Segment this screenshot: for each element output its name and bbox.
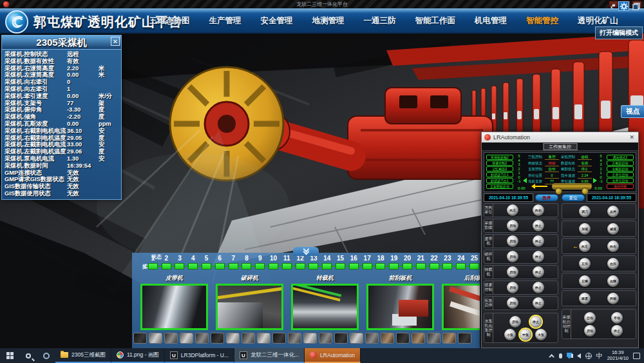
round-button[interactable]: 右升	[607, 258, 619, 270]
round-button[interactable]: 启动	[509, 316, 521, 328]
camera-thumbnail[interactable]	[140, 284, 208, 330]
wrench-icon[interactable]	[606, 1, 617, 11]
camera-thumbnail[interactable]	[442, 284, 480, 330]
clock[interactable]: 16:39 2021/4/10	[607, 350, 629, 361]
mini-thumbnail[interactable]	[319, 333, 332, 344]
mini-thumbnail[interactable]	[195, 333, 209, 344]
microphone-icon[interactable]	[559, 353, 562, 358]
mini-thumbnail[interactable]	[226, 333, 240, 344]
lr-function-button[interactable]: 喷雾控制2	[486, 161, 513, 166]
mini-thumbnail[interactable]	[458, 333, 471, 344]
round-button[interactable]: 总停	[607, 206, 619, 217]
lr-close-icon[interactable]: ✕	[628, 134, 636, 141]
camera-thumbnail[interactable]	[366, 284, 434, 330]
mini-thumbnail[interactable]	[211, 333, 224, 344]
network-icon[interactable]	[585, 353, 592, 359]
round-button[interactable]: 右降	[607, 275, 619, 287]
round-button[interactable]: 调刀	[579, 206, 591, 217]
round-button[interactable]: 手动	[611, 312, 623, 324]
round-button[interactable]: 启动	[584, 325, 596, 337]
round-button[interactable]: 启动	[507, 251, 518, 262]
round-button[interactable]: 左降	[579, 275, 591, 287]
round-button[interactable]: 停止	[530, 316, 542, 328]
mini-thumbnail[interactable]	[149, 333, 162, 344]
mini-thumbnail[interactable]	[412, 333, 425, 344]
mini-thumbnail[interactable]	[133, 333, 147, 344]
taskbar-item-platform-active[interactable]: U 龙软二三维一体化...	[234, 348, 305, 363]
round-button[interactable]: 启动	[507, 266, 518, 278]
nav-item[interactable]: 安全管理	[261, 15, 293, 26]
nav-item[interactable]: 智能工作面	[415, 15, 456, 26]
round-button[interactable]: 停止	[533, 282, 544, 293]
round-button[interactable]: 启动	[507, 220, 518, 231]
open-edit-mode-button[interactable]: 打开编辑模式	[595, 26, 643, 39]
taskbar-item-paint[interactable]: 11.png - 画图	[111, 348, 165, 363]
nav-item[interactable]: 地测管理	[312, 15, 345, 26]
mini-thumbnail[interactable]	[272, 333, 286, 344]
gear-icon[interactable]	[618, 1, 629, 11]
lr-function-button[interactable]: 斜切进刀左1	[486, 172, 513, 177]
round-button[interactable]: 停止	[533, 266, 544, 278]
round-button[interactable]: 自动	[584, 312, 596, 324]
round-button[interactable]: 减速	[607, 223, 619, 235]
round-button[interactable]: 左升	[579, 258, 591, 270]
nav-item[interactable]: 一通三防	[364, 15, 396, 26]
lr-function-button[interactable]: 记忆截割2	[486, 166, 513, 172]
round-button[interactable]: 喷雾	[579, 293, 591, 304]
mini-thumbnail[interactable]	[164, 333, 178, 344]
nav-item[interactable]: 智能管控	[526, 15, 558, 26]
mini-thumbnail[interactable]	[350, 333, 363, 344]
round-button[interactable]: 停止	[533, 251, 544, 262]
mini-thumbnail[interactable]	[334, 333, 348, 344]
restore-window-icon[interactable]	[630, 1, 641, 11]
camera-thumbnail[interactable]	[216, 284, 283, 330]
notification-center-icon[interactable]	[633, 353, 640, 359]
round-button[interactable]: 向右	[533, 204, 544, 216]
ime-indicator[interactable]: 中	[596, 351, 603, 360]
collapse-panel-button[interactable]	[293, 247, 319, 256]
taskbar-item-lrautomation[interactable]: LRAutomation	[305, 348, 361, 363]
lr-function-button[interactable]: 左牵引启动	[607, 172, 634, 177]
mini-thumbnail[interactable]	[180, 333, 193, 344]
mini-thumbnail[interactable]	[381, 333, 394, 344]
lr-function-button[interactable]: 调高模式2	[607, 155, 634, 160]
round-button[interactable]: 向右	[607, 240, 619, 252]
nav-item[interactable]: 生产管理	[209, 15, 242, 26]
lr-tab-workface-control[interactable]: 工作面集控	[543, 143, 577, 150]
mini-thumbnail[interactable]	[303, 333, 317, 344]
round-button[interactable]: 停止	[533, 235, 544, 247]
panel-close-icon[interactable]: ✕	[111, 37, 120, 46]
mini-thumbnail[interactable]	[442, 333, 456, 344]
mini-thumbnail[interactable]	[288, 333, 301, 344]
round-button[interactable]: 大泵	[535, 329, 547, 340]
search-button[interactable]	[19, 348, 37, 363]
lr-function-button[interactable]: 采煤机使能2	[486, 155, 513, 160]
round-button[interactable]: 停止	[611, 325, 623, 337]
round-button[interactable]: 向左	[507, 204, 518, 216]
mini-thumbnail[interactable]	[257, 333, 270, 344]
round-button[interactable]: 启动	[507, 282, 518, 293]
round-button[interactable]: 中泵	[520, 329, 531, 340]
tray-expand-icon[interactable]	[549, 354, 554, 359]
speaker-icon[interactable]	[577, 353, 581, 358]
mini-thumbnail[interactable]	[396, 333, 410, 344]
taskbar-item-lr3dplatform[interactable]: U LR3DPlatform - U...	[165, 348, 234, 363]
round-button[interactable]: 停止	[533, 297, 544, 309]
camera-thumbnail[interactable]	[291, 284, 359, 330]
round-button[interactable]: 启动	[507, 235, 518, 247]
lr-function-button[interactable]: 右截割启动	[607, 166, 634, 172]
lr-function-button[interactable]: 左截割启动	[607, 161, 634, 166]
viewpoint-tab[interactable]: 视点	[621, 105, 644, 118]
lr-titlebar[interactable]: LRAutomation ✕	[482, 132, 638, 142]
mini-thumbnail[interactable]	[242, 333, 255, 344]
estop-button[interactable]: 急停	[535, 194, 558, 201]
nav-item[interactable]: 三维态势图	[149, 15, 190, 26]
reset-button[interactable]: 复位	[562, 194, 585, 201]
round-button[interactable]: 加速	[579, 223, 591, 235]
taskbar-item-folder[interactable]: 2305三维截图	[55, 348, 111, 363]
mini-thumbnail[interactable]	[427, 333, 440, 344]
start-button[interactable]	[0, 348, 19, 363]
round-button[interactable]: 闭锁	[607, 293, 619, 304]
mini-thumbnail[interactable]	[365, 333, 379, 344]
round-button[interactable]: 向左	[579, 240, 591, 252]
